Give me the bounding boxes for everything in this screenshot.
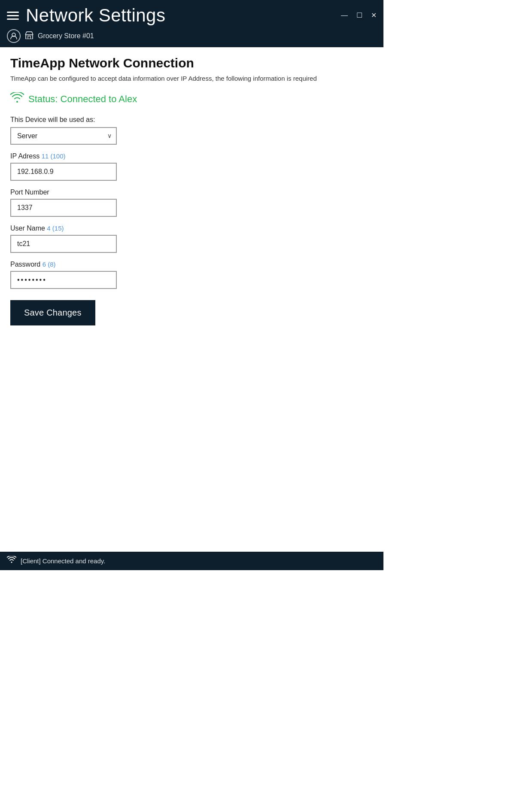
username-input[interactable] [10, 235, 117, 253]
device-role-select[interactable]: Server Client [10, 127, 117, 145]
window-controls: — ☐ ✕ [341, 12, 377, 19]
connection-status-row: Status: Connected to Alex [10, 92, 373, 106]
page-title: TimeApp Network Connection [10, 56, 373, 70]
page-description: TimeApp can be configured to accept data… [10, 74, 373, 84]
device-role-select-wrapper: Server Client ∨ [10, 127, 117, 145]
port-number-field-group: Port Number [10, 188, 373, 217]
username-field-group: User Name 4 (15) [10, 225, 373, 253]
connection-status-text: Status: Connected to Alex [28, 94, 137, 105]
title-bar-top: Network Settings — ☐ ✕ [0, 0, 383, 27]
save-changes-button[interactable]: Save Changes [10, 300, 95, 325]
username-label: User Name 4 (15) [10, 225, 373, 232]
username-hint: 4 (15) [47, 225, 64, 232]
window-title: Network Settings [26, 5, 165, 26]
title-bar-left: Network Settings [7, 5, 165, 26]
password-hint: 6 (8) [43, 261, 56, 268]
status-bar-message: [Client] Connected and ready. [21, 557, 105, 565]
close-button[interactable]: ✕ [371, 12, 377, 19]
maximize-button[interactable]: ☐ [356, 12, 362, 19]
svg-rect-1 [26, 35, 33, 39]
wifi-status-icon [10, 92, 24, 106]
password-field-group: Password 6 (8) [10, 261, 373, 289]
password-input[interactable] [10, 271, 117, 289]
status-bar-wifi-icon [7, 556, 16, 566]
hamburger-menu-icon[interactable] [7, 12, 19, 20]
store-name: Grocery Store #01 [38, 32, 94, 40]
port-number-input[interactable] [10, 199, 117, 217]
minimize-button[interactable]: — [341, 12, 348, 19]
main-content: TimeApp Network Connection TimeApp can b… [0, 47, 383, 334]
network-form: This Device will be used as: Server Clie… [10, 116, 373, 325]
store-icon [25, 31, 33, 41]
svg-rect-2 [28, 36, 30, 39]
ip-address-field-group: IP Adress 11 (100) [10, 152, 373, 181]
title-bar: Network Settings — ☐ ✕ Grocery Store #01 [0, 0, 383, 47]
ip-address-label: IP Adress 11 (100) [10, 152, 373, 160]
password-label: Password 6 (8) [10, 261, 373, 268]
status-bar: [Client] Connected and ready. [0, 552, 383, 570]
user-avatar[interactable] [7, 29, 21, 43]
ip-address-input[interactable] [10, 163, 117, 181]
device-role-label: This Device will be used as: [10, 116, 373, 124]
port-number-label: Port Number [10, 188, 373, 196]
device-role-field-group: This Device will be used as: Server Clie… [10, 116, 373, 145]
title-bar-bottom: Grocery Store #01 [0, 27, 383, 47]
ip-address-hint: 11 (100) [42, 152, 66, 160]
